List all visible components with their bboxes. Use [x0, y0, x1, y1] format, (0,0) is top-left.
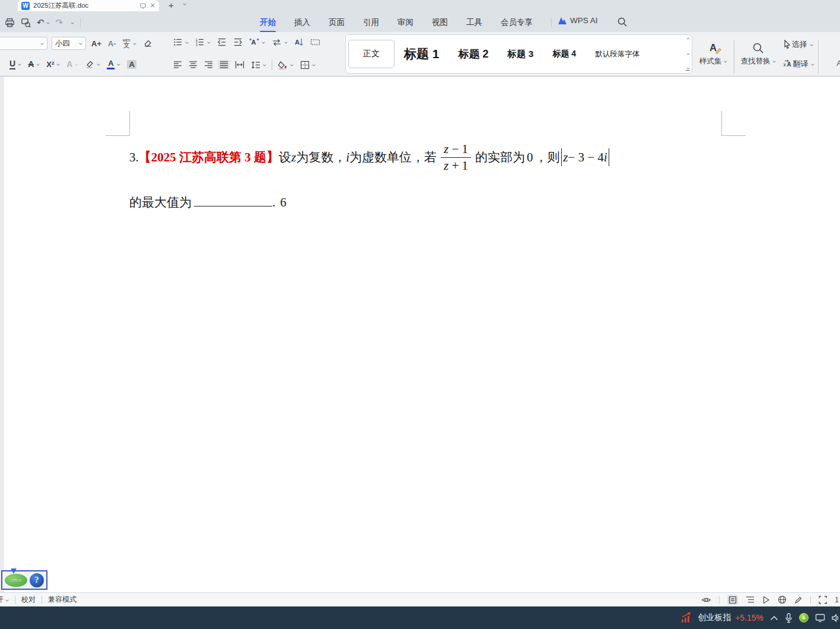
undo-button[interactable]: ↶: [37, 17, 50, 28]
print-preview-button[interactable]: [21, 18, 31, 28]
menu-view[interactable]: 视图: [431, 15, 449, 30]
office-assistant-icon[interactable]: office: [5, 574, 27, 587]
abs-bar-right: [609, 148, 610, 166]
bullet-list-button[interactable]: [172, 37, 190, 47]
numbered-list-button[interactable]: 123: [194, 37, 212, 47]
fullscreen-button[interactable]: [819, 596, 827, 604]
style-heading2[interactable]: 标题 2: [449, 47, 498, 61]
status-clipped-item[interactable]: 开: [0, 595, 9, 605]
office-helper-widget[interactable]: office ?: [1, 570, 47, 590]
read-mode-button[interactable]: [762, 596, 770, 604]
shading-button[interactable]: [276, 60, 295, 70]
undo-chevron-icon[interactable]: [46, 21, 49, 24]
style-heading3[interactable]: 标题 3: [498, 48, 543, 61]
text-direction-button[interactable]: [271, 37, 289, 47]
answer-blank: [194, 195, 272, 207]
text-direction-icon: [272, 38, 282, 47]
outline-view-button[interactable]: [746, 596, 755, 603]
tab-close-icon[interactable]: ✕: [150, 2, 155, 9]
phonetic-guide-button[interactable]: wén文: [122, 37, 138, 49]
bullet-list-icon: [173, 37, 183, 47]
question-line-1[interactable]: 3. 【2025 江苏高联第 3 题】 设 z 为复数， i 为虚数单位，若 z…: [129, 135, 610, 180]
search-icon[interactable]: [617, 17, 628, 27]
menu-insert[interactable]: 插入: [293, 15, 311, 30]
grow-font-button[interactable]: A+: [90, 39, 103, 49]
proofread-button[interactable]: 校对: [21, 595, 36, 605]
underline-button[interactable]: U: [8, 59, 23, 70]
clear-format-button[interactable]: [142, 38, 154, 49]
highlight-button[interactable]: [84, 59, 101, 69]
find-replace-button[interactable]: 查找替换: [736, 32, 781, 76]
font-color-button[interactable]: A: [106, 59, 122, 71]
quickbar-customize-chevron-icon[interactable]: [71, 21, 74, 24]
tray-expand-chevron-icon[interactable]: [770, 615, 778, 621]
menu-home[interactable]: 开始: [259, 15, 277, 30]
gallery-scroll-up-icon[interactable]: [686, 37, 689, 40]
document-canvas[interactable]: 3. 【2025 江苏高联第 3 题】 设 z 为复数， i 为虚数单位，若 z…: [0, 77, 840, 592]
borders-button[interactable]: [299, 60, 317, 70]
abs-bar-left: [561, 148, 562, 166]
paint-bucket-icon: [278, 61, 288, 69]
menu-review[interactable]: 审阅: [396, 15, 415, 30]
align-center-button[interactable]: [187, 60, 199, 69]
strikethrough-button[interactable]: A: [27, 59, 41, 69]
help-icon[interactable]: ?: [30, 573, 44, 587]
question-line-2[interactable]: 的最大值为 . 6: [129, 194, 287, 211]
justify-button[interactable]: [218, 60, 230, 69]
font-size-combo[interactable]: 小四: [52, 37, 86, 50]
status-left: 开 校对 兼容模式: [0, 595, 77, 605]
translate-button[interactable]: xA 翻译: [782, 58, 816, 70]
wps-speedup-ball-icon[interactable]: +: [799, 613, 809, 622]
redo-button[interactable]: ↷: [56, 17, 63, 28]
speaker-icon[interactable]: [832, 614, 840, 622]
increase-indent-button[interactable]: [232, 37, 244, 47]
character-scale-button[interactable]: A: [248, 37, 266, 47]
text-effect-button[interactable]: A: [65, 59, 79, 69]
chevron-down-icon: [97, 63, 100, 66]
style-normal[interactable]: 正文: [348, 40, 394, 68]
shrink-font-button[interactable]: A-: [107, 39, 117, 49]
decrease-indent-button[interactable]: [216, 37, 228, 47]
menu-member[interactable]: 会员专享: [499, 15, 534, 30]
style-heading4[interactable]: 标题 4: [543, 49, 586, 59]
line-spacing-button[interactable]: [250, 60, 268, 70]
select-button[interactable]: 选择: [782, 39, 816, 50]
chevron-down-icon: [290, 63, 293, 66]
value-zero: 0: [527, 150, 533, 165]
gallery-more-icon[interactable]: [686, 66, 690, 71]
edit-mode-pencil-icon[interactable]: [794, 596, 803, 604]
style-heading1[interactable]: 标题 1: [394, 46, 449, 62]
menu-tools[interactable]: 工具: [465, 15, 483, 30]
display-icon[interactable]: [815, 614, 825, 622]
tab-list-chevron-icon[interactable]: [183, 2, 186, 5]
wps-ai-button[interactable]: WPS AI: [558, 16, 598, 25]
print-button[interactable]: [5, 18, 15, 28]
tab-monitor-icon[interactable]: [139, 2, 147, 9]
svg-text:3: 3: [196, 43, 198, 47]
page-view-mode-button[interactable]: [727, 595, 738, 605]
wps-writer-logo-icon: W: [21, 2, 30, 10]
distribute-button[interactable]: [234, 60, 246, 69]
menu-reference[interactable]: 引用: [362, 15, 380, 30]
hide-toolbar-eye-icon[interactable]: [701, 596, 711, 604]
document-tab[interactable]: W 2025江苏高联.doc ✕: [18, 0, 159, 11]
char-shading-button[interactable]: A: [126, 59, 137, 69]
gallery-scroll-down-icon[interactable]: [686, 52, 689, 55]
font-name-combo[interactable]: [0, 37, 47, 50]
align-left-button[interactable]: [172, 60, 183, 69]
web-layout-button[interactable]: [778, 595, 787, 604]
zoom-value-clipped[interactable]: 1: [835, 596, 839, 604]
select-translate-column: 选择 xA 翻译: [781, 32, 817, 76]
style-set-button[interactable]: A 样式集: [695, 32, 732, 76]
stock-ticker-widget[interactable]: 创业板指 +5.15%: [680, 612, 763, 624]
increase-indent-icon: [233, 37, 243, 47]
sort-button[interactable]: A: [293, 37, 305, 47]
superscript-button[interactable]: X²: [45, 59, 61, 69]
align-right-button[interactable]: [203, 60, 214, 69]
tab-settings-button[interactable]: [309, 37, 322, 47]
sort-icon: A: [294, 37, 304, 47]
style-default-font[interactable]: 默认段落字体: [586, 49, 649, 59]
microphone-icon[interactable]: [785, 613, 793, 623]
menu-page[interactable]: 页面: [327, 15, 346, 30]
new-tab-button[interactable]: +: [168, 0, 174, 10]
